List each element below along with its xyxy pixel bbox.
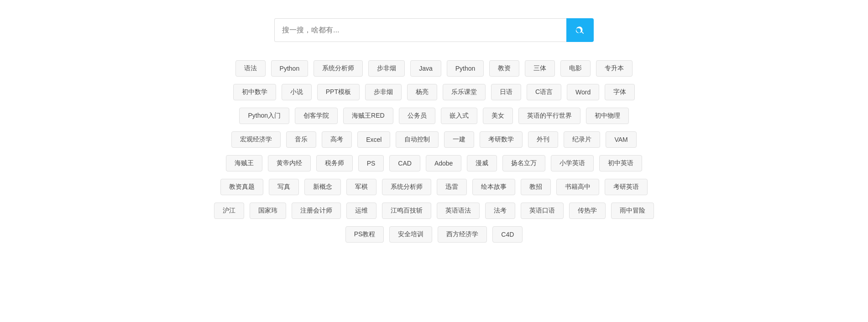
tag-item[interactable]: Adobe	[426, 155, 461, 171]
tag-item[interactable]: Python入门	[239, 108, 289, 124]
tags-row-7: PS教程安全培训西方经济学C4D	[345, 226, 523, 243]
tag-item[interactable]: 教资	[489, 60, 519, 77]
tag-item[interactable]: 扬名立万	[502, 155, 545, 171]
tag-item[interactable]: 嵌入式	[441, 108, 477, 124]
tags-container: 语法Python系统分析师步非烟JavaPython教资三体电影专升本初中数学小…	[137, 60, 731, 243]
tag-item[interactable]: 美女	[483, 108, 513, 124]
tag-item[interactable]: PPT模板	[317, 84, 360, 100]
tag-item[interactable]: 字体	[605, 84, 635, 100]
tag-item[interactable]: 书籍高中	[556, 179, 599, 195]
tag-item[interactable]: 创客学院	[295, 108, 338, 124]
tag-item[interactable]: 宏观经济学	[231, 131, 281, 148]
tag-item[interactable]: 传热学	[569, 203, 606, 219]
tag-item[interactable]: 音乐	[286, 131, 316, 148]
tag-item[interactable]: 军棋	[346, 179, 376, 195]
tags-row-6: 沪江国家玮注册会计师运维江鸣百技斩英语语法法考英语口语传热学雨中冒险	[214, 203, 654, 219]
tag-item[interactable]: 系统分析师	[314, 60, 363, 77]
tag-item[interactable]: 日语	[491, 84, 521, 100]
tags-row-4: 海贼王黄帝内经税务师PSCADAdobe漫威扬名立万小学英语初中英语	[226, 155, 643, 171]
tags-row-3: 宏观经济学音乐高考Excel自动控制一建考研数学外刊纪录片VAM	[231, 131, 637, 148]
tag-item[interactable]: 专升本	[596, 60, 633, 77]
tags-row-2: Python入门创客学院海贼王RED公务员嵌入式美女英语的平行世界初中物理	[239, 108, 628, 124]
tag-item[interactable]: VAM	[606, 131, 636, 148]
tag-item[interactable]: PS教程	[345, 226, 384, 243]
tag-item[interactable]: 绘本故事	[472, 179, 515, 195]
tag-item[interactable]: 英语语法	[437, 203, 480, 219]
search-button[interactable]	[566, 18, 594, 42]
tag-item[interactable]: 公务员	[399, 108, 435, 124]
tag-item[interactable]: 迅雷	[437, 179, 467, 195]
tag-item[interactable]: 漫威	[467, 155, 497, 171]
tag-item[interactable]: 小学英语	[551, 155, 594, 171]
tag-item[interactable]: 海贼王	[226, 155, 262, 171]
tag-item[interactable]: 步非烟	[368, 60, 405, 77]
tag-item[interactable]: 沪江	[214, 203, 244, 219]
tag-item[interactable]: 考研英语	[605, 179, 648, 195]
tag-item[interactable]: 新概念	[304, 179, 341, 195]
tag-item[interactable]: 初中英语	[599, 155, 642, 171]
tag-item[interactable]: 初中物理	[586, 108, 629, 124]
tag-item[interactable]: 杨亮	[407, 84, 437, 100]
tag-item[interactable]: C语言	[527, 84, 561, 100]
tag-item[interactable]: 江鸣百技斩	[382, 203, 431, 219]
tag-item[interactable]: 西方经济学	[438, 226, 487, 243]
tag-item[interactable]: 黄帝内经	[268, 155, 311, 171]
tag-item[interactable]: 英语的平行世界	[518, 108, 580, 124]
tag-item[interactable]: 系统分析师	[382, 179, 431, 195]
search-bar	[274, 18, 594, 42]
tag-item[interactable]: 安全培训	[389, 226, 432, 243]
tag-item[interactable]: 高考	[322, 131, 352, 148]
tag-item[interactable]: Python	[447, 60, 484, 77]
tag-item[interactable]: 法考	[485, 203, 515, 219]
tag-item[interactable]: 注册会计师	[292, 203, 341, 219]
tag-item[interactable]: 教招	[521, 179, 551, 195]
tag-item[interactable]: 英语口语	[521, 203, 564, 219]
tags-row-0: 语法Python系统分析师步非烟JavaPython教资三体电影专升本	[235, 60, 633, 77]
tag-item[interactable]: Java	[410, 60, 441, 77]
tag-item[interactable]: 海贼王RED	[343, 108, 393, 124]
tags-row-1: 初中数学小说PPT模板步非烟杨亮乐乐课堂日语C语言Word字体	[233, 84, 635, 100]
tag-item[interactable]: 外刊	[528, 131, 558, 148]
tag-item[interactable]: C4D	[492, 226, 523, 243]
tag-item[interactable]: 语法	[235, 60, 266, 77]
tag-item[interactable]: Python	[271, 60, 309, 77]
tag-item[interactable]: 三体	[525, 60, 555, 77]
tag-item[interactable]: 自动控制	[396, 131, 439, 148]
tag-item[interactable]: 写真	[269, 179, 299, 195]
tag-item[interactable]: 初中数学	[233, 84, 276, 100]
tag-item[interactable]: CAD	[389, 155, 420, 171]
tag-item[interactable]: 乐乐课堂	[443, 84, 486, 100]
tag-item[interactable]: 小说	[282, 84, 312, 100]
tag-item[interactable]: 教资真题	[220, 179, 263, 195]
tag-item[interactable]: Excel	[357, 131, 390, 148]
tag-item[interactable]: 雨中冒险	[611, 203, 654, 219]
tag-item[interactable]: 运维	[346, 203, 376, 219]
tag-item[interactable]: 电影	[560, 60, 591, 77]
tag-item[interactable]: PS	[358, 155, 384, 171]
tag-item[interactable]: 步非烟	[365, 84, 402, 100]
tag-item[interactable]: 税务师	[316, 155, 353, 171]
tag-item[interactable]: 考研数学	[480, 131, 523, 148]
tag-item[interactable]: Word	[567, 84, 599, 100]
search-input[interactable]	[274, 18, 566, 42]
search-icon	[575, 25, 585, 35]
tag-item[interactable]: 一建	[444, 131, 474, 148]
tags-row-5: 教资真题写真新概念军棋系统分析师迅雷绘本故事教招书籍高中考研英语	[220, 179, 648, 195]
tag-item[interactable]: 国家玮	[250, 203, 286, 219]
tag-item[interactable]: 纪录片	[564, 131, 600, 148]
